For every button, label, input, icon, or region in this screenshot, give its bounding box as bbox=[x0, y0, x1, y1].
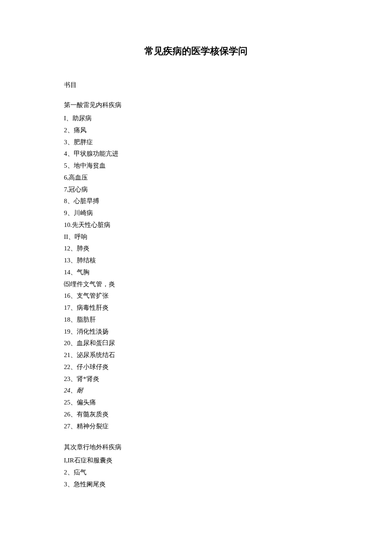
list-item: 21、泌尿系统结石 bbox=[64, 349, 328, 361]
list-item: 3、肥胖症 bbox=[64, 137, 328, 148]
chapter-2-list: I,IR石症和服囊炎 2、疝气 3、急性阑尾炎 bbox=[64, 455, 328, 490]
list-item: I、助尿病 bbox=[64, 113, 328, 125]
list-item: 27、精神分裂症 bbox=[64, 421, 328, 433]
list-item: 25、偏头痛 bbox=[64, 397, 328, 409]
list-item: 18、脂肪肝 bbox=[64, 314, 328, 326]
list-item: 17、病毒性肝炎 bbox=[64, 302, 328, 314]
toc-label: 书目 bbox=[64, 81, 328, 89]
list-item: 12、肺炎 bbox=[64, 243, 328, 255]
list-item: ⑸埋件文气管，炎 bbox=[64, 279, 328, 291]
list-item: 16、支气管扩张 bbox=[64, 290, 328, 302]
chapter-1-heading: 第一酸雷见内科疾病 bbox=[64, 101, 328, 109]
list-item: I,IR石症和服囊炎 bbox=[64, 455, 328, 467]
list-item: 23、肾*肾炎 bbox=[64, 373, 328, 385]
document-title: 常见疾病的医学核保学问 bbox=[64, 45, 328, 58]
list-item: 14、气胸 bbox=[64, 267, 328, 279]
list-item: 20、血尿和蛋臼尿 bbox=[64, 337, 328, 349]
list-item: 2、痛风 bbox=[64, 125, 328, 137]
list-item: 2、疝气 bbox=[64, 467, 328, 479]
list-item: 4、甲状腺功能亢进 bbox=[64, 148, 328, 160]
list-item: 10.先天性心脏病 bbox=[64, 219, 328, 231]
list-item: 24、耐 bbox=[64, 385, 328, 397]
list-item: 13、肺结核 bbox=[64, 255, 328, 267]
list-item: II、呼响 bbox=[64, 231, 328, 243]
chapter-2-heading: 其次章行地外科疾病 bbox=[64, 443, 328, 451]
list-item: 19、消化性淡扬 bbox=[64, 326, 328, 338]
list-item: 7,冠心病 bbox=[64, 184, 328, 196]
list-item: 9、川崎病 bbox=[64, 207, 328, 219]
list-item: 6,高血压 bbox=[64, 172, 328, 184]
chapter-1-list: I、助尿病 2、痛风 3、肥胖症 4、甲状腺功能亢进 5、地中海贫血 6,高血压… bbox=[64, 113, 328, 432]
list-item: 26、有髓灰质炎 bbox=[64, 409, 328, 421]
list-item: 22、仔小球仔炎 bbox=[64, 361, 328, 373]
list-item: 5、地中海贫血 bbox=[64, 160, 328, 172]
list-item: 8、心脏早搏 bbox=[64, 195, 328, 207]
list-item: 3、急性阑尾炎 bbox=[64, 479, 328, 491]
